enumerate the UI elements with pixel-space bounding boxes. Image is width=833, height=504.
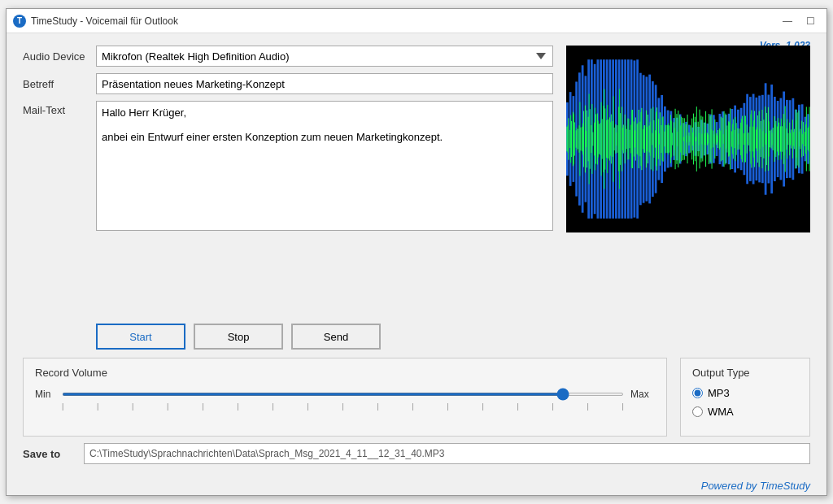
main-content: Vers. 1.023 Audio Device Mikrofon (Realt… (7, 33, 826, 476)
radio-mp3-label: MP3 (708, 387, 730, 399)
audio-device-control: Mikrofon (Realtek High Definition Audio) (96, 46, 553, 67)
send-button[interactable]: Send (291, 324, 381, 350)
betreff-input[interactable] (96, 73, 553, 94)
titlebar: T TimeStudy - Voicemail für Outlook — ☐ (7, 9, 826, 33)
footer: Powered by TimeStudy (7, 476, 826, 495)
betreff-label: Betreff (23, 78, 88, 90)
waveform-panel (566, 46, 810, 350)
audio-device-label: Audio Device (23, 50, 88, 63)
mail-text-textarea[interactable]: Hallo Herr Krüger, anbei ein Entwurf ein… (96, 101, 553, 231)
record-volume-title: Record Volume (35, 367, 655, 379)
record-volume-box: Record Volume Min Max | | | | | | | | | … (23, 358, 667, 437)
radio-wma: WMA (692, 406, 798, 418)
main-area: Audio Device Mikrofon (Realtek High Defi… (23, 46, 810, 350)
output-type-box: Output Type MP3 WMA (680, 358, 810, 437)
betreff-row: Betreff (23, 73, 553, 94)
saveto-input[interactable] (84, 443, 810, 464)
slider-ticks: | | | | | | | | | | | | | | | | | (62, 402, 624, 411)
saveto-row: Save to (23, 443, 810, 464)
audio-device-row: Audio Device Mikrofon (Realtek High Defi… (23, 46, 553, 67)
stop-button[interactable]: Stop (194, 324, 283, 350)
radio-mp3: MP3 (692, 387, 798, 399)
saveto-label: Save to (23, 448, 76, 460)
mail-text-label: Mail-Text (23, 101, 88, 116)
max-label: Max (630, 389, 655, 400)
minimize-button[interactable]: — (778, 13, 797, 29)
app-icon: T (13, 15, 26, 28)
lower-section: Record Volume Min Max | | | | | | | | | … (23, 358, 810, 437)
waveform-canvas (566, 46, 810, 232)
min-label: Min (35, 389, 55, 400)
radio-mp3-input[interactable] (692, 388, 703, 398)
audio-device-select[interactable]: Mikrofon (Realtek High Definition Audio) (96, 46, 553, 67)
betreff-control (96, 73, 553, 94)
titlebar-controls: — ☐ (778, 13, 820, 29)
radio-wma-label: WMA (708, 406, 734, 418)
output-type-title: Output Type (692, 367, 798, 379)
radio-wma-input[interactable] (692, 406, 703, 417)
start-button[interactable]: Start (96, 324, 185, 350)
titlebar-left: T TimeStudy - Voicemail für Outlook (13, 15, 178, 28)
left-panel: Audio Device Mikrofon (Realtek High Defi… (23, 46, 553, 350)
window-title: TimeStudy - Voicemail für Outlook (31, 15, 178, 27)
mail-text-row: Mail-Text Hallo Herr Krüger, anbei ein E… (23, 101, 553, 309)
volume-slider[interactable] (62, 393, 624, 396)
footer-text: Powered by TimeStudy (701, 480, 810, 492)
buttons-row: Start Stop Send (96, 324, 553, 350)
app-window: T TimeStudy - Voicemail für Outlook — ☐ … (6, 8, 827, 496)
slider-row: Min Max (35, 389, 655, 400)
maximize-button[interactable]: ☐ (800, 13, 820, 29)
